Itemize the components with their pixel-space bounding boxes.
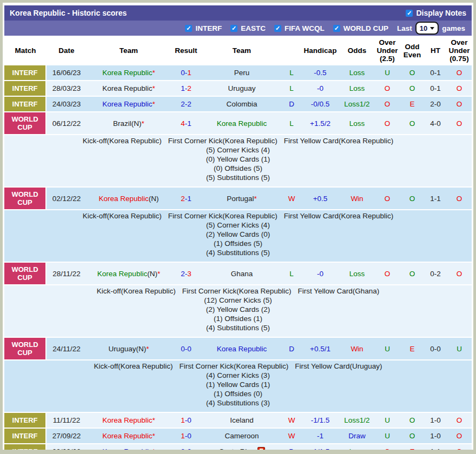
- notes-header-line: Kick-off(Korea Republic)First Corner Kic…: [4, 362, 472, 371]
- text-segment: 1: [187, 119, 191, 128]
- away-team-cell[interactable]: Portugal*: [201, 187, 282, 210]
- text-segment: 2: [187, 448, 191, 454]
- text-segment: Korea Republic: [97, 270, 147, 278]
- odd-even-cell: O: [400, 428, 424, 444]
- score-cell: 1-0: [171, 412, 201, 428]
- over-under-075-cell: O: [447, 412, 472, 428]
- match-league-cell: INTERF: [4, 428, 47, 444]
- home-team-cell[interactable]: Korea Republic(N)*: [87, 262, 171, 285]
- handicap-cell: -1: [301, 428, 340, 444]
- odd-even-cell: E: [400, 444, 424, 454]
- match-league-cell: INTERF: [4, 81, 47, 96]
- text-segment: Korea Republic: [102, 448, 152, 454]
- league-badge: WORLD CUP: [4, 112, 45, 134]
- filter-checkbox-world-cup[interactable]: ✓: [333, 25, 340, 32]
- home-team-cell[interactable]: Korea Republic*: [87, 96, 171, 112]
- handicap-cell: -0: [301, 262, 340, 285]
- date-cell: 06/12/22: [47, 112, 87, 135]
- home-team-cell[interactable]: Korea Republic*: [87, 81, 171, 96]
- match-league-cell: WORLD CUP: [4, 187, 47, 210]
- ht-cell: 1-0: [424, 428, 447, 444]
- away-team-cell[interactable]: Korea Republic: [201, 337, 282, 360]
- result-letter-cell: L: [282, 112, 301, 135]
- ht-cell: 0-2: [424, 262, 447, 285]
- home-team-cell[interactable]: Korea Republic(N): [87, 187, 171, 210]
- result-letter-cell: W: [282, 187, 301, 210]
- page-frame: Korea Republic - Historic scores ✓ Displ…: [0, 0, 476, 454]
- text-segment: Korea Republic: [102, 84, 152, 92]
- notes-header-part: First Corner Kick(Korea Republic): [168, 137, 277, 145]
- over-under-25-cell: O: [374, 96, 400, 112]
- away-team-cell[interactable]: Iceland: [201, 412, 282, 428]
- text-segment: 3: [187, 270, 191, 278]
- date-cell: 28/11/22: [47, 262, 87, 285]
- match-notes-cell: Kick-off(Korea Republic)First Corner Kic…: [4, 135, 472, 187]
- league-badge: INTERF: [4, 429, 45, 443]
- away-team-cell[interactable]: Uruguay: [201, 81, 282, 96]
- away-team-cell[interactable]: Colombia: [201, 96, 282, 112]
- score-cell: 1-0: [171, 428, 201, 444]
- date-cell: 11/11/22: [47, 412, 87, 428]
- last-label: Last: [397, 24, 412, 32]
- away-team-cell[interactable]: Korea Republic: [201, 112, 282, 135]
- text-segment: 0: [181, 345, 185, 353]
- filter-checkbox-eastc[interactable]: ✓: [230, 25, 237, 32]
- match-notes-cell: Kick-off(Korea Republic)First Corner Kic…: [4, 285, 472, 337]
- home-team-cell[interactable]: Uruguay(N)*: [87, 337, 171, 360]
- text-segment: Korea Republic: [102, 432, 152, 440]
- home-team-cell[interactable]: Korea Republic*: [87, 428, 171, 444]
- odds-cell: Loss: [340, 81, 374, 96]
- text-segment: Korea Republic: [102, 100, 152, 108]
- home-team-cell[interactable]: Korea Republic*: [87, 65, 171, 81]
- notes-stat-line: (4) Substitutions (5): [4, 248, 472, 257]
- filter-checkbox-fifa-wcql[interactable]: ✓: [274, 25, 281, 32]
- text-segment: Korea Republic: [217, 345, 267, 353]
- score-cell: 4-1: [171, 112, 201, 135]
- text-segment: 1: [181, 416, 185, 424]
- league-badge: INTERF: [4, 413, 45, 428]
- result-letter-cell: L: [282, 65, 301, 81]
- text-segment: Colombia: [226, 100, 257, 108]
- ht-cell: 1-1: [424, 187, 447, 210]
- over-under-25-cell: U: [374, 65, 400, 81]
- home-team-cell[interactable]: Korea Republic*: [87, 412, 171, 428]
- match-league-cell: INTERF: [4, 412, 47, 428]
- text-segment: Peru: [234, 69, 250, 77]
- text-segment: 1: [187, 195, 191, 203]
- away-team-cell[interactable]: Cameroon: [201, 428, 282, 444]
- display-notes-checkbox[interactable]: ✓: [406, 10, 413, 17]
- filter-label-fifa-wcql: FIFA WCQL: [285, 24, 325, 32]
- last-games-value: 10: [420, 24, 427, 32]
- match-row: WORLD CUP24/11/22Uruguay(N)*0-0Korea Rep…: [4, 337, 472, 360]
- text-segment: Portugal: [227, 195, 254, 203]
- notes-header-part: First Corner Kick(Korea Republic): [179, 362, 288, 370]
- games-label: games: [442, 24, 465, 32]
- home-team-cell[interactable]: Brazil(N)*: [87, 112, 171, 135]
- text-segment: 1: [181, 432, 185, 440]
- text-segment: *: [146, 345, 149, 353]
- away-team-cell[interactable]: Peru: [201, 65, 282, 81]
- notes-header-line: Kick-off(Korea Republic)First Corner Kic…: [4, 136, 472, 145]
- text-segment: Korea Republic: [102, 69, 152, 77]
- home-team-cell[interactable]: Korea Republic*: [87, 444, 171, 454]
- league-badge: INTERF: [4, 97, 45, 111]
- handicap-cell: -0/0.5: [301, 96, 340, 112]
- notes-header-part: First Corner Kick(Korea Republic): [168, 212, 277, 220]
- match-row: INTERF11/11/22Korea Republic*1-0IcelandW…: [4, 412, 472, 428]
- date-cell: 16/06/23: [47, 65, 87, 81]
- odd-even-cell: O: [400, 187, 424, 210]
- ht-cell: 1-1: [424, 444, 447, 454]
- date-cell: 24/03/23: [47, 96, 87, 112]
- over-under-075-cell: O: [447, 187, 472, 210]
- filter-fifa-wcql: ✓ FIFA WCQL: [274, 24, 325, 32]
- column-header: Match: [4, 36, 47, 65]
- text-segment: 2: [181, 100, 185, 108]
- match-league-cell: WORLD CUP: [4, 337, 47, 360]
- last-games-select[interactable]: 10: [415, 22, 439, 35]
- away-team-cell[interactable]: Costa Rica: [201, 444, 282, 454]
- over-under-075-cell: U: [447, 337, 472, 360]
- away-team-cell[interactable]: Ghana: [201, 262, 282, 285]
- filter-checkbox-interf[interactable]: ✓: [185, 25, 192, 32]
- odd-even-cell: O: [400, 65, 424, 81]
- display-notes-label: Display Notes: [416, 9, 466, 17]
